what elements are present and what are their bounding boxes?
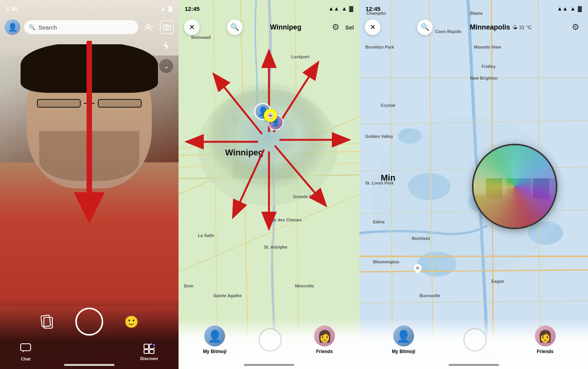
location-pin-bloomington[interactable] [414, 264, 421, 275]
top-bar: 👤 🔍 Search [0, 17, 179, 37]
my-bitmoji-nav[interactable]: 👤 My Bitmoji [203, 325, 227, 354]
svg-rect-14 [144, 344, 149, 349]
close-icon: ✕ [189, 23, 195, 31]
mounds-view-label: Mounds View [474, 45, 501, 49]
center-nav-button-m[interactable] [465, 329, 486, 350]
friends-nav-m[interactable]: 👩 Friends [535, 325, 556, 354]
search-map-button[interactable]: 🔍 [227, 19, 243, 35]
cloud-icon: 🌤 [512, 24, 517, 30]
center-circle-minneapolis [465, 329, 486, 350]
search-map-icon-m: 🔍 [421, 23, 429, 31]
status-bar-minneapolis: 12:45 ▲▲ ▲ ▓ [359, 0, 588, 17]
burnsville-label: Burnsville [420, 293, 440, 298]
battery-icon: ▓ [168, 5, 172, 12]
battery-icon-w: ▓ [349, 5, 353, 12]
city-weather-area: Minneapolis 🌤 31 °C [470, 23, 532, 31]
search-map-icon: 🔍 [231, 23, 239, 31]
chat-nav-item[interactable]: Chat [20, 343, 31, 361]
shutter-row: 🙂 [39, 308, 140, 336]
city-name-winnipeg: Winnipeg [270, 23, 302, 31]
right-icons: ⌄ [159, 39, 173, 73]
my-bitmoji-avatar-m: 👤 [393, 325, 414, 346]
status-time: 1:45 [6, 5, 18, 12]
search-bar[interactable]: 🔍 Search [24, 20, 138, 34]
st-adolphe-label: St. Adolphe [264, 245, 288, 249]
map-controls-winnipeg: ✕ 🔍 Winnipeg ⚙ Sel [179, 17, 359, 37]
home-indicator-minneapolis [449, 364, 499, 366]
camera-button[interactable] [160, 20, 174, 34]
memories-button[interactable] [39, 313, 56, 330]
settings-button-minneapolis[interactable]: ⚙ [569, 20, 583, 34]
time-minneapolis: 12:45 [366, 5, 380, 12]
new-brighton-label: New Brighton [470, 76, 498, 80]
svg-marker-2 [74, 192, 105, 223]
discover-nav-item[interactable]: Discover [140, 344, 158, 361]
shutter-button[interactable] [75, 308, 103, 336]
friends-avatar-winnipeg: 👩 [314, 325, 335, 346]
home-indicator-winnipeg [244, 364, 294, 366]
sainte-agathe-label: Sainte Agathe [213, 293, 242, 298]
friends-nav-winnipeg[interactable]: 👩 Friends [314, 325, 335, 354]
svg-rect-1 [87, 41, 92, 196]
my-bitmoji-nav-m[interactable]: 👤 My Bitmoji [392, 325, 415, 354]
settings-button-winnipeg[interactable]: ⚙ [329, 20, 343, 34]
close-icon-m: ✕ [370, 23, 376, 31]
more-options-button[interactable]: ⌄ [159, 59, 173, 73]
bloomington-label: Bloomington [373, 259, 399, 264]
flash-button[interactable] [159, 39, 173, 53]
discover-label: Discover [140, 356, 158, 361]
svg-point-62 [416, 266, 419, 270]
snapchat-logo-marker[interactable]: 👻 [264, 109, 277, 122]
svg-rect-8 [166, 24, 168, 26]
chat-icon [20, 343, 31, 355]
friends-avatar-m: 👩 [535, 325, 556, 346]
map-background-winnipeg: Stonewall Lockport Winnipeg La Salle Gra… [179, 0, 359, 369]
signal-icon-m: ▲▲ [557, 5, 568, 12]
city-name-minneapolis: Minneapolis [470, 23, 510, 31]
my-bitmoji-label-m: My Bitmoji [392, 349, 415, 354]
lockport-label: Lockport [291, 54, 309, 59]
battery-icon-m: ▓ [578, 5, 582, 12]
my-bitmoji-label: My Bitmoji [203, 349, 227, 354]
wifi-icon-m: ▲ [570, 5, 576, 12]
signal-icon-w: ▲▲ [328, 5, 339, 12]
svg-point-31 [206, 82, 330, 190]
svg-rect-17 [149, 350, 154, 353]
svg-rect-12 [21, 344, 31, 351]
add-friend-button[interactable] [142, 20, 156, 34]
close-map-button-m[interactable]: ✕ [365, 19, 380, 35]
niverville-label: Niverville [295, 284, 314, 288]
st-louis-park-label: St. Louis Park [365, 181, 394, 185]
time-winnipeg: 12:45 [185, 5, 199, 12]
grande-pointe-label: Grande Pointe [293, 194, 322, 199]
close-map-button[interactable]: ✕ [184, 19, 199, 35]
user-avatar[interactable]: 👤 [5, 19, 20, 35]
rainbow-glow [474, 145, 556, 228]
snapchat-marker: 👻 [264, 109, 277, 122]
status-icons-minneapolis: ▲▲ ▲ ▓ [557, 5, 582, 12]
map-controls-minneapolis: ✕ 🔍 Minneapolis 🌤 31 °C ⚙ [359, 17, 588, 37]
map-settings-area: ⚙ Sel [329, 20, 354, 34]
winnipeg-city-label: Winnipeg [225, 148, 264, 158]
lens-button[interactable]: 🙂 [123, 313, 140, 330]
bottom-nav-winnipeg: 👤 My Bitmoji 👩 Friends [179, 319, 359, 369]
temperature: 31 °C [519, 24, 532, 30]
svg-rect-16 [144, 350, 149, 353]
map-svg-winnipeg [179, 0, 359, 369]
center-nav-button[interactable] [260, 329, 281, 350]
search-map-button-m[interactable]: 🔍 [417, 19, 433, 35]
ile-des-chenes-label: Ile des Chenes [272, 218, 302, 222]
svg-point-3 [147, 24, 150, 27]
bottom-nav-minneapolis: 👤 My Bitmoji 👩 Friends [359, 319, 588, 369]
edina-label: Edina [373, 219, 385, 224]
richfield-label: Richfield [412, 236, 430, 241]
circle-photo-viewer[interactable] [472, 144, 557, 229]
search-text: Search [38, 24, 134, 31]
chat-label: Chat [21, 357, 30, 361]
select-label-winnipeg[interactable]: Sel [345, 24, 354, 31]
camera-panel: 1:45 ▲ ▓ 👤 🔍 Search [0, 0, 179, 369]
center-circle-winnipeg [260, 329, 281, 350]
svg-marker-13 [23, 351, 24, 352]
weather-badge: 🌤 31 °C [512, 24, 532, 30]
svg-rect-11 [44, 317, 52, 328]
